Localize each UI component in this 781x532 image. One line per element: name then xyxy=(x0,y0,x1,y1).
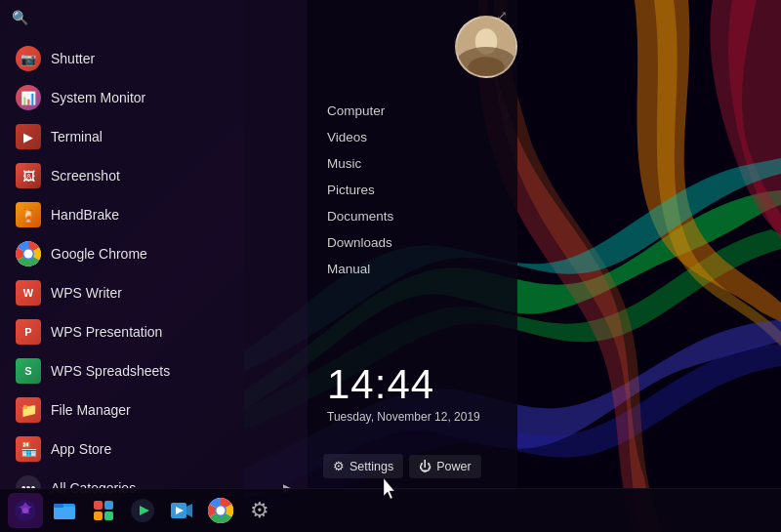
taskbar-chrome-icon[interactable] xyxy=(203,493,238,528)
place-item-videos[interactable]: Videos xyxy=(308,124,517,150)
app-item-handbrake[interactable]: 🍹 HandBrake xyxy=(0,195,308,234)
app-item-system-monitor[interactable]: 📊 System Monitor xyxy=(0,78,308,117)
svg-rect-15 xyxy=(104,512,113,520)
clock-time: 14:44 xyxy=(327,361,517,408)
power-icon: ⏻ xyxy=(419,460,432,473)
file-manager-label: File Manager xyxy=(51,402,131,418)
shutter-label: Shutter xyxy=(51,51,95,66)
system-monitor-label: System Monitor xyxy=(51,90,145,105)
wps-presentation-label: WPS Presentation xyxy=(51,324,162,340)
videos-label: Videos xyxy=(327,130,367,144)
search-input[interactable] xyxy=(36,10,296,25)
svg-point-23 xyxy=(217,507,226,515)
taskbar-media-icon[interactable] xyxy=(125,493,160,528)
user-avatar[interactable] xyxy=(455,16,517,78)
app-list: 📷 Shutter 📊 System Monitor ▶ Terminal 🖼 … xyxy=(0,35,308,493)
svg-rect-10 xyxy=(54,507,75,519)
clock-date: Tuesday, November 12, 2019 xyxy=(327,410,517,424)
manual-label: Manual xyxy=(327,262,370,276)
app-item-app-store[interactable]: 🏪 App Store xyxy=(0,430,308,469)
place-item-pictures[interactable]: Pictures xyxy=(308,177,517,203)
chrome-icon xyxy=(16,241,41,266)
taskbar-video-icon[interactable] xyxy=(164,493,199,528)
file-manager-icon: 📁 xyxy=(16,397,41,423)
wps-presentation-icon: P xyxy=(16,319,41,345)
handbrake-label: HandBrake xyxy=(51,207,119,223)
svg-point-6 xyxy=(468,57,505,78)
google-chrome-label: Google Chrome xyxy=(51,246,147,262)
terminal-icon: ▶ xyxy=(16,124,41,149)
svg-point-3 xyxy=(24,250,33,259)
screenshot-label: Screenshot xyxy=(51,168,120,184)
taskbar: ⚙ xyxy=(0,488,781,532)
screenshot-icon: 🖼 xyxy=(16,163,41,188)
app-store-label: App Store xyxy=(51,441,111,457)
place-item-downloads[interactable]: Downloads xyxy=(308,229,517,256)
computer-label: Computer xyxy=(327,103,385,118)
svg-point-4 xyxy=(457,18,515,76)
app-item-google-chrome[interactable]: Google Chrome xyxy=(0,234,308,273)
svg-rect-13 xyxy=(104,501,113,510)
taskbar-start-button[interactable] xyxy=(8,493,43,528)
taskbar-files-icon[interactable] xyxy=(47,493,82,528)
svg-rect-12 xyxy=(94,501,103,510)
app-item-wps-presentation[interactable]: P WPS Presentation xyxy=(0,312,308,351)
svg-point-5 xyxy=(475,28,498,54)
svg-marker-19 xyxy=(186,504,192,517)
shutter-icon: 📷 xyxy=(16,46,41,71)
desktop: 🔍 📷 Shutter 📊 System Monitor ▶ Terminal xyxy=(0,0,781,532)
svg-rect-11 xyxy=(54,504,63,508)
wps-spreadsheets-icon: S xyxy=(16,358,41,384)
search-bar[interactable]: 🔍 xyxy=(0,0,308,35)
handbrake-icon: 🍹 xyxy=(16,202,41,227)
place-item-documents[interactable]: Documents xyxy=(308,203,517,229)
search-icon: 🔍 xyxy=(12,10,28,25)
terminal-label: Terminal xyxy=(51,129,103,144)
documents-label: Documents xyxy=(327,209,393,224)
settings-label: Settings xyxy=(349,460,393,473)
wps-spreadsheets-label: WPS Spreadsheets xyxy=(51,363,170,379)
taskbar-settings-icon[interactable]: ⚙ xyxy=(242,493,277,528)
place-item-manual[interactable]: Manual xyxy=(308,256,517,282)
places-list: Computer Videos Music Pictures Documents… xyxy=(308,98,517,282)
pictures-label: Pictures xyxy=(327,183,375,197)
settings-gear-icon: ⚙ xyxy=(333,459,345,473)
power-button[interactable]: ⏻ Power xyxy=(409,455,480,478)
app-item-file-manager[interactable]: 📁 File Manager xyxy=(0,390,308,430)
bottom-buttons: ⚙ Settings ⏻ Power xyxy=(308,454,517,478)
app-store-icon: 🏪 xyxy=(16,436,41,462)
app-item-wps-spreadsheets[interactable]: S WPS Spreadsheets xyxy=(0,351,308,390)
svg-rect-14 xyxy=(94,512,103,520)
system-monitor-icon: 📊 xyxy=(16,85,41,110)
place-item-computer[interactable]: Computer xyxy=(308,98,517,124)
downloads-label: Downloads xyxy=(327,235,392,250)
wps-writer-label: WPS Writer xyxy=(51,285,122,301)
power-label: Power xyxy=(436,460,471,473)
music-label: Music xyxy=(327,156,361,171)
place-item-music[interactable]: Music xyxy=(308,150,517,177)
settings-button[interactable]: ⚙ Settings xyxy=(323,454,403,478)
taskbar-store-icon[interactable] xyxy=(86,493,121,528)
app-item-wps-writer[interactable]: W WPS Writer xyxy=(0,273,308,312)
start-menu: 🔍 📷 Shutter 📊 System Monitor ▶ Terminal xyxy=(0,0,308,493)
app-item-screenshot[interactable]: 🖼 Screenshot xyxy=(0,156,308,195)
wps-writer-icon: W xyxy=(16,280,41,306)
app-item-shutter[interactable]: 📷 Shutter xyxy=(0,39,308,78)
svg-point-8 xyxy=(22,508,28,513)
clock-section: 14:44 Tuesday, November 12, 2019 xyxy=(308,361,517,424)
app-item-terminal[interactable]: ▶ Terminal xyxy=(0,117,308,156)
